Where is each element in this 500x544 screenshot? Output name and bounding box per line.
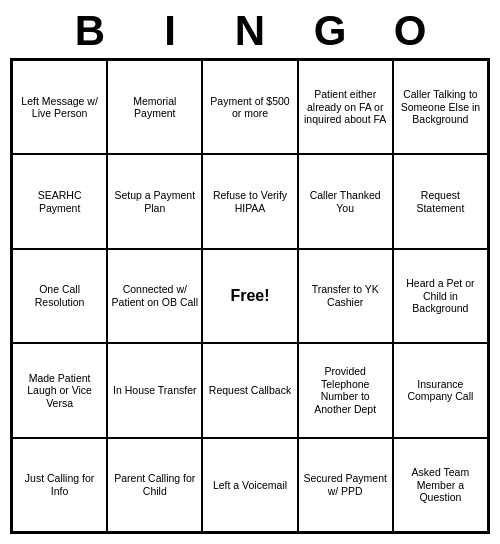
bingo-cell-23[interactable]: Secured Payment w/ PPD	[298, 438, 393, 532]
bingo-cell-20[interactable]: Just Calling for Info	[12, 438, 107, 532]
bingo-cell-13[interactable]: Transfer to YK Cashier	[298, 249, 393, 343]
bingo-cell-4[interactable]: Caller Talking to Someone Else in Backgr…	[393, 60, 488, 154]
letter-i: I	[130, 10, 210, 52]
bingo-cell-14[interactable]: Heard a Pet or Child in Background	[393, 249, 488, 343]
bingo-cell-1[interactable]: Memorial Payment	[107, 60, 202, 154]
letter-o: O	[370, 10, 450, 52]
bingo-title: B I N G O	[50, 10, 450, 52]
bingo-cell-0[interactable]: Left Message w/ Live Person	[12, 60, 107, 154]
bingo-cell-24[interactable]: Asked Team Member a Question	[393, 438, 488, 532]
bingo-cell-5[interactable]: SEARHC Payment	[12, 154, 107, 248]
bingo-cell-11[interactable]: Connected w/ Patient on OB Call	[107, 249, 202, 343]
bingo-cell-17[interactable]: Request Callback	[202, 343, 297, 437]
bingo-cell-3[interactable]: Patient either already on FA or inquired…	[298, 60, 393, 154]
bingo-cell-7[interactable]: Refuse to Verify HIPAA	[202, 154, 297, 248]
bingo-cell-16[interactable]: In House Transfer	[107, 343, 202, 437]
bingo-cell-15[interactable]: Made Patient Laugh or Vice Versa	[12, 343, 107, 437]
bingo-cell-12[interactable]: Free!	[202, 249, 297, 343]
letter-g: G	[290, 10, 370, 52]
bingo-cell-22[interactable]: Left a Voicemail	[202, 438, 297, 532]
bingo-cell-2[interactable]: Payment of $500 or more	[202, 60, 297, 154]
bingo-cell-8[interactable]: Caller Thanked You	[298, 154, 393, 248]
letter-b: B	[50, 10, 130, 52]
bingo-cell-19[interactable]: Insurance Company Call	[393, 343, 488, 437]
bingo-cell-18[interactable]: Provided Telephone Number to Another Dep…	[298, 343, 393, 437]
bingo-cell-6[interactable]: Setup a Payment Plan	[107, 154, 202, 248]
bingo-cell-21[interactable]: Parent Calling for Child	[107, 438, 202, 532]
bingo-cell-9[interactable]: Request Statement	[393, 154, 488, 248]
bingo-grid: Left Message w/ Live PersonMemorial Paym…	[10, 58, 490, 534]
bingo-cell-10[interactable]: One Call Resolution	[12, 249, 107, 343]
letter-n: N	[210, 10, 290, 52]
